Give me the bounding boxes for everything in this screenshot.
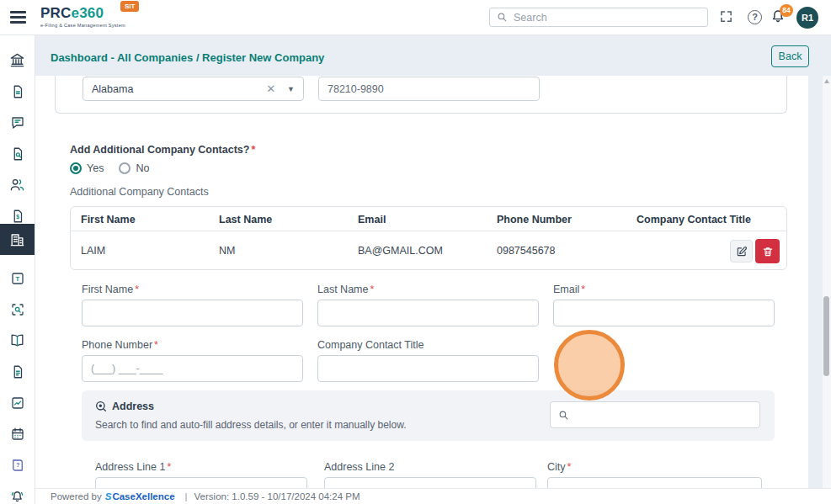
last-name-input[interactable] (317, 300, 539, 326)
col-contact-title: Company Contact Title (637, 214, 751, 225)
clear-icon[interactable]: ✕ (266, 82, 275, 95)
address-search-input[interactable] (575, 409, 752, 421)
additional-contacts-question-label: Add Additional Company Contacts?* (70, 144, 255, 156)
address-line1-input[interactable] (95, 477, 307, 488)
address-search-box[interactable] (550, 401, 760, 428)
trash-icon (762, 246, 774, 257)
scrollbar-up-arrow[interactable] (824, 79, 829, 83)
fullscreen-icon[interactable] (720, 10, 732, 23)
sidebar-item-bank-icon[interactable] (0, 45, 35, 76)
additional-contacts-radio-group: Yes No (70, 162, 164, 174)
vertical-scrollbar-thumb[interactable] (823, 296, 829, 376)
cell-last-name: NM (219, 245, 235, 257)
address-line2-label: Address Line 2 (324, 461, 394, 473)
powered-by-text: Powered by (51, 491, 102, 501)
first-name-input[interactable] (82, 300, 303, 326)
address-search-card: Address Search to find and auto-fill add… (82, 390, 775, 441)
cell-phone: 0987545678 (497, 245, 556, 257)
cell-email: BA@GMAIL.COM (358, 245, 443, 257)
city-label: City* (547, 461, 571, 473)
required-mark: * (251, 144, 255, 156)
sidebar-item-book-icon[interactable] (0, 325, 35, 356)
phone-number-input[interactable] (82, 355, 303, 382)
sidebar-item-calendar-icon[interactable] (0, 418, 35, 449)
sidebar-item-help-book-icon[interactable]: ? (0, 449, 35, 480)
casexellence-logo[interactable]: SCaseXellence (105, 491, 175, 501)
svg-text:$: $ (16, 214, 19, 220)
breadcrumb[interactable]: Dashboard - All Companies / Register New… (51, 51, 324, 64)
contacts-list-title: Additional Company Contacts (70, 186, 209, 198)
radio-no-label[interactable]: No (136, 162, 149, 174)
state-select[interactable]: Alabama ✕ ▼ (83, 77, 304, 101)
search-input[interactable] (514, 12, 700, 24)
col-first-name: First Name (81, 214, 136, 225)
address-section-title: Address (112, 401, 154, 412)
contacts-table-header: First Name Last Name Email Phone Number … (71, 207, 786, 231)
contact-title-label: Company Contact Title (317, 339, 423, 351)
delete-contact-button[interactable] (755, 239, 780, 263)
col-email: Email (358, 214, 386, 225)
contacts-table: First Name Last Name Email Phone Number … (70, 206, 787, 270)
company-address-card: Alabama ✕ ▼ (55, 76, 787, 114)
breadcrumb-bar: Dashboard - All Companies / Register New… (35, 35, 831, 76)
svg-text:?: ? (16, 462, 19, 468)
radio-no[interactable] (119, 162, 131, 174)
search-icon (497, 12, 508, 23)
address-line2-input[interactable] (324, 477, 536, 488)
sidebar-item-companies-building-icon[interactable] (0, 224, 35, 255)
sidebar-item-bell-icon[interactable] (0, 480, 35, 504)
left-sidebar: $ T ? (0, 35, 35, 504)
top-navbar: PRCe360 e-Filing & Case Management Syste… (0, 0, 831, 35)
contact-title-input[interactable] (317, 355, 539, 382)
sidebar-item-chart-icon[interactable] (0, 387, 35, 418)
edit-pencil-icon (736, 246, 748, 257)
version-text: Version: 1.0.59 - 10/17/2024 04:24 PM (194, 491, 360, 501)
city-input[interactable] (547, 477, 762, 488)
svg-text:T: T (15, 275, 19, 283)
sidebar-item-chat-icon[interactable] (0, 107, 35, 138)
sidebar-item-file-search-icon[interactable] (0, 138, 35, 169)
user-avatar[interactable]: R1 (796, 7, 818, 29)
global-search[interactable] (489, 8, 708, 27)
hamburger-menu-icon[interactable] (10, 11, 26, 24)
email-input[interactable] (553, 300, 775, 326)
environment-badge: SIT (120, 1, 139, 12)
first-name-label: First Name* (82, 284, 139, 295)
address-section-subtitle: Search to find and auto-fill address det… (95, 419, 407, 431)
sidebar-item-document-icon[interactable] (0, 76, 35, 107)
radio-yes-label[interactable]: Yes (87, 162, 104, 174)
notifications-count-badge: 84 (780, 4, 793, 17)
sidebar-item-template-icon[interactable]: T (0, 263, 35, 294)
logo-tagline: e-Filing & Case Management System (40, 23, 125, 28)
address-line1-label: Address Line 1* (95, 461, 171, 473)
footer-separator: | (185, 491, 188, 501)
address-search-icon (94, 400, 108, 413)
sidebar-item-scan-search-icon[interactable] (0, 294, 35, 325)
app-screen: PRCe360 e-Filing & Case Management Syste… (0, 0, 831, 504)
back-button[interactable]: Back (771, 45, 809, 67)
chevron-down-icon[interactable]: ▼ (287, 85, 295, 93)
app-logo[interactable]: PRCe360 e-Filing & Case Management Syste… (40, 5, 125, 28)
sidebar-item-users-icon[interactable] (0, 169, 35, 200)
col-last-name: Last Name (219, 214, 272, 225)
radio-yes[interactable] (70, 162, 82, 174)
vertical-scrollbar-track[interactable] (823, 76, 831, 488)
search-icon (558, 410, 569, 421)
last-name-label: Last Name* (317, 284, 374, 295)
phone-number-label: Phone Number* (82, 339, 158, 351)
contact-row: LAIM NM BA@GMAIL.COM 0987545678 (71, 232, 786, 270)
edit-contact-button[interactable] (730, 240, 753, 263)
app-footer: Powered by SCaseXellence | Version: 1.0.… (35, 488, 831, 504)
casexellence-s-icon: S (105, 491, 112, 501)
col-phone: Phone Number (497, 214, 572, 225)
logo-text-e360: e360 (72, 5, 104, 21)
state-select-value: Alabama (92, 83, 266, 95)
logo-text-prc: PRC (40, 5, 72, 21)
help-icon[interactable]: ? (748, 10, 762, 24)
cell-first-name: LAIM (81, 245, 105, 257)
email-label: Email* (553, 284, 585, 295)
zip-code-input[interactable] (318, 77, 540, 101)
register-company-form: Alabama ✕ ▼ Add Additional Company Conta… (35, 76, 808, 488)
sidebar-item-document2-icon[interactable] (0, 356, 35, 387)
